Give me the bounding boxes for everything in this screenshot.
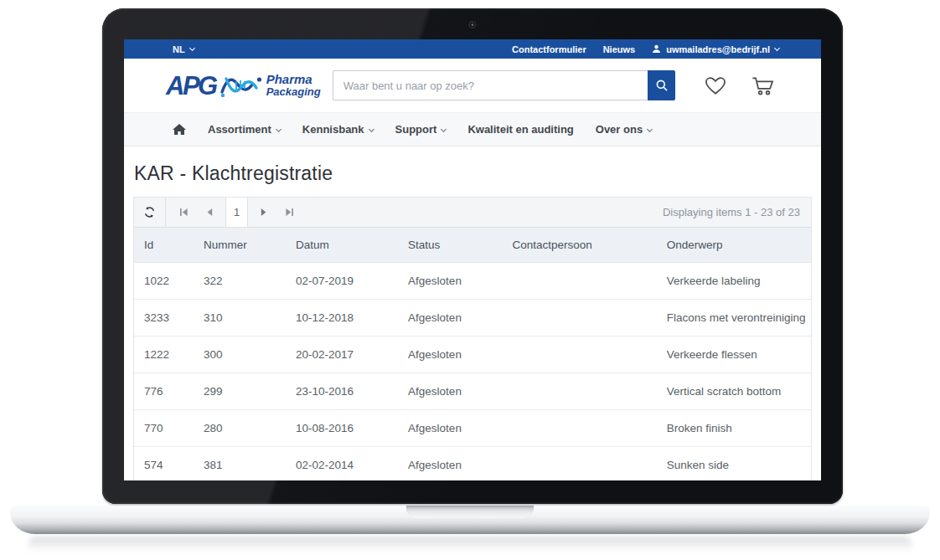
chevron-down-icon bbox=[276, 126, 281, 131]
nav-item-over-ons[interactable]: Over ons bbox=[596, 123, 652, 136]
cell-nummer: 299 bbox=[194, 373, 286, 410]
laptop-base bbox=[10, 506, 930, 534]
cell-contactpersoon bbox=[503, 373, 657, 410]
table-row[interactable]: 3233 310 10-12-2018 Afgesloten Flacons m… bbox=[134, 300, 811, 337]
webcam bbox=[469, 21, 477, 28]
cell-nummer: 381 bbox=[194, 447, 286, 481]
nav-home[interactable] bbox=[173, 124, 186, 136]
cell-onderwerp: Broken finish bbox=[657, 410, 811, 447]
cell-id: 3233 bbox=[134, 300, 194, 337]
nav-item-kwaliteit-en-auditing[interactable]: Kwaliteit en auditing bbox=[467, 123, 573, 136]
cell-datum: 10-12-2018 bbox=[286, 300, 398, 337]
nav-label: Kennisbank bbox=[302, 123, 364, 136]
cell-status: Afgesloten bbox=[398, 410, 502, 447]
account-menu[interactable]: uwmailadres@bedrijf.nl bbox=[652, 44, 779, 54]
table-row[interactable]: 1222 300 20-02-2017 Afgesloten Verkeerde… bbox=[134, 337, 811, 373]
cell-onderwerp: Sunken side bbox=[657, 447, 811, 481]
current-page-indicator[interactable]: 1 bbox=[225, 198, 248, 227]
nav-item-support[interactable]: Support bbox=[395, 123, 447, 136]
cell-onderwerp: Verkeerde labeling bbox=[657, 263, 811, 300]
page-title: KAR - Klachtregistratie bbox=[134, 162, 812, 185]
search-icon bbox=[655, 79, 669, 92]
home-icon bbox=[173, 124, 186, 136]
column-header-status: Status bbox=[398, 228, 502, 263]
cell-id: 1022 bbox=[134, 263, 194, 300]
cell-contactpersoon bbox=[503, 300, 657, 337]
laptop-reflection bbox=[28, 537, 912, 557]
search-input[interactable] bbox=[333, 70, 648, 100]
next-page-button[interactable] bbox=[250, 198, 276, 227]
logo-acronym: APG bbox=[166, 73, 220, 99]
last-page-icon bbox=[285, 208, 294, 217]
nav-label: Over ons bbox=[596, 123, 643, 136]
cart-icon bbox=[751, 74, 776, 97]
chevron-down-icon bbox=[647, 126, 653, 131]
nav-label: Assortiment bbox=[208, 123, 271, 136]
laptop-screen-frame: NL Contactformulier Nieuws uwmailadres@b… bbox=[102, 8, 843, 504]
table-row[interactable]: 1022 322 02-07-2019 Afgesloten Verkeerde… bbox=[134, 263, 811, 300]
wishlist-button[interactable] bbox=[704, 74, 727, 96]
first-page-icon bbox=[179, 208, 189, 217]
logo-tagline-line1: Pharma bbox=[266, 73, 321, 86]
cell-id: 776 bbox=[134, 373, 194, 410]
grid-toolbar: 1 Displaying items 1 - 23 of 23 bbox=[134, 198, 811, 228]
cell-contactpersoon bbox=[503, 447, 657, 481]
link-contactformulier[interactable]: Contactformulier bbox=[512, 44, 586, 54]
prev-page-button[interactable] bbox=[197, 198, 223, 227]
table-row[interactable]: 776 299 23-10-2016 Afgesloten Vertical s… bbox=[134, 373, 811, 410]
column-header-contactpersoon: Contactpersoon bbox=[503, 228, 657, 263]
site-logo[interactable]: APG Pharma Packaging bbox=[166, 70, 321, 100]
cell-datum: 20-02-2017 bbox=[286, 337, 398, 373]
column-header-datum: Datum bbox=[286, 228, 398, 263]
cell-contactpersoon bbox=[503, 410, 657, 447]
cell-onderwerp: Vertical scratch bottom bbox=[657, 373, 811, 410]
nav-item-assortiment[interactable]: Assortiment bbox=[208, 123, 281, 136]
cell-datum: 10-08-2016 bbox=[286, 410, 398, 447]
prev-page-icon bbox=[205, 208, 214, 217]
column-header-onderwerp: Onderwerp bbox=[657, 228, 811, 263]
cell-nummer: 310 bbox=[194, 300, 286, 337]
dna-icon bbox=[220, 70, 263, 100]
nav-item-kennisbank[interactable]: Kennisbank bbox=[302, 123, 374, 136]
nav-label: Support bbox=[395, 123, 437, 136]
cell-status: Afgesloten bbox=[398, 373, 502, 410]
cell-status: Afgesloten bbox=[398, 337, 502, 373]
complaints-grid: 1 Displaying items 1 - 23 of 23 bbox=[133, 197, 812, 480]
chevron-down-icon bbox=[369, 126, 374, 131]
search-button[interactable] bbox=[648, 70, 675, 100]
refresh-button[interactable] bbox=[134, 198, 166, 227]
language-selector[interactable]: NL bbox=[173, 44, 194, 54]
chevron-down-icon bbox=[441, 126, 447, 131]
cart-button[interactable] bbox=[751, 74, 776, 97]
top-utility-bar: NL Contactformulier Nieuws uwmailadres@b… bbox=[124, 39, 821, 59]
cell-datum: 02-02-2014 bbox=[286, 447, 398, 481]
cell-id: 1222 bbox=[134, 337, 194, 373]
cell-status: Afgesloten bbox=[398, 263, 502, 300]
logo-tagline-line2: Packaging bbox=[266, 86, 321, 98]
cell-datum: 23-10-2016 bbox=[286, 373, 398, 410]
chevron-down-icon bbox=[189, 44, 195, 50]
cell-status: Afgesloten bbox=[398, 447, 502, 481]
site-header: APG Pharma Packaging bbox=[124, 59, 821, 112]
cell-id: 770 bbox=[134, 410, 194, 447]
cell-nummer: 322 bbox=[194, 263, 286, 300]
cell-datum: 02-07-2019 bbox=[286, 263, 398, 300]
cell-id: 574 bbox=[134, 447, 194, 481]
next-page-icon bbox=[259, 208, 268, 217]
account-email: uwmailadres@bedrijf.nl bbox=[666, 44, 770, 54]
cell-onderwerp: Flacons met verontreiniging bbox=[657, 300, 811, 337]
last-page-button[interactable] bbox=[276, 198, 302, 227]
link-nieuws[interactable]: Nieuws bbox=[603, 44, 636, 54]
paging-status: Displaying items 1 - 23 of 23 bbox=[663, 206, 811, 218]
first-page-button[interactable] bbox=[171, 198, 197, 227]
table-row[interactable]: 574 381 02-02-2014 Afgesloten Sunken sid… bbox=[134, 447, 811, 481]
cell-nummer: 280 bbox=[194, 410, 286, 447]
language-label: NL bbox=[173, 44, 185, 54]
column-header-nummer: Nummer bbox=[194, 228, 286, 263]
complaints-table: Id Nummer Datum Status Contactpersoon On… bbox=[134, 228, 811, 480]
cell-contactpersoon bbox=[503, 337, 657, 373]
refresh-icon bbox=[143, 206, 156, 218]
table-header-row: Id Nummer Datum Status Contactpersoon On… bbox=[134, 228, 811, 263]
table-row[interactable]: 770 280 10-08-2016 Afgesloten Broken fin… bbox=[134, 410, 811, 447]
column-header-id: Id bbox=[134, 228, 194, 263]
